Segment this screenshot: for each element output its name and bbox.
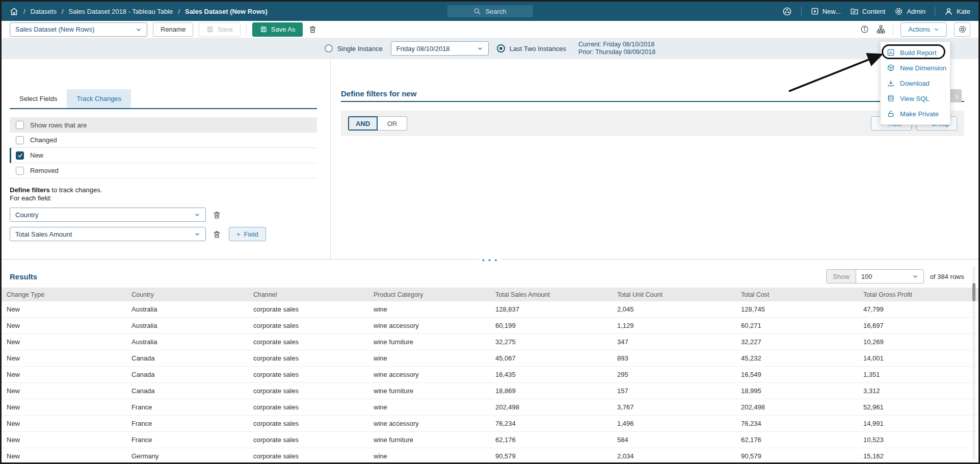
cell-change-type: New (7, 338, 131, 346)
cell-product-category: wine furniture (374, 338, 495, 346)
remove-field-button[interactable] (213, 211, 221, 219)
menu-item-view-sql[interactable]: View SQL (881, 91, 950, 106)
menu-item-new-dimension[interactable]: New Dimension (881, 60, 950, 75)
cell-total-gross-profit: 14,001 (863, 354, 978, 362)
dataset-select[interactable]: Sales Dataset (New Rows) (10, 22, 147, 37)
breadcrumb-item-parent-dataset[interactable]: Sales Dataset 2018 - Tableau Table (69, 8, 173, 15)
cell-total-cost: 76,234 (741, 420, 863, 427)
last-two-instances-radio[interactable]: Last Two Instances (497, 44, 566, 53)
add-field-button[interactable]: + Field (229, 227, 266, 241)
cell-product-category: wine (374, 403, 495, 411)
content-button[interactable]: Content (850, 7, 886, 16)
page-size-select[interactable]: 100 (856, 270, 923, 283)
cell-change-type: New (7, 436, 131, 444)
field-select-total-sales-amount[interactable]: Total Sales Amount (10, 227, 206, 241)
chevron-down-icon (194, 231, 200, 237)
column-header[interactable]: Total Cost (741, 291, 863, 298)
panel-splitter: • • • (2, 259, 978, 265)
page-size-value: 100 (861, 273, 872, 280)
admin-label: Admin (907, 8, 925, 15)
checkbox-changed[interactable]: Changed (10, 133, 317, 148)
column-header[interactable]: Channel (253, 291, 374, 298)
column-header[interactable]: Total Unit Count (617, 291, 741, 298)
instance-date-select[interactable]: Friday 08/10/2018 (391, 41, 489, 56)
cell-total-sales-amount: 32,275 (495, 338, 617, 346)
checkbox-off-icon (16, 167, 24, 175)
remove-field-button[interactable] (213, 230, 221, 239)
search-placeholder: Search (485, 8, 506, 15)
tab-track-changes[interactable]: Track Changes (67, 89, 131, 108)
cell-country: France (131, 403, 253, 411)
table-row: New Australia corporate sales wine 128,8… (2, 301, 978, 318)
new-menu-button[interactable]: New... (811, 7, 841, 15)
tab-select-fields[interactable]: Select Fields (10, 89, 67, 108)
column-header[interactable]: Total Sales Amount (495, 291, 617, 298)
checkbox-new[interactable]: New (10, 148, 317, 163)
cell-total-cost: 45,232 (741, 354, 863, 362)
delete-dataset-button[interactable] (308, 25, 317, 34)
and-toggle-button[interactable]: AND (348, 116, 378, 131)
breadcrumb-separator: / (62, 8, 64, 15)
breadcrumb-separator: / (23, 8, 25, 15)
cell-change-type: New (7, 354, 131, 362)
column-header[interactable]: Change Type (7, 291, 131, 298)
cell-country: Australia (131, 338, 253, 346)
lineage-icon[interactable] (876, 24, 886, 34)
checkbox-show-rows-that-are[interactable]: Show rows that are (10, 117, 317, 133)
checkbox-label: Removed (30, 167, 59, 174)
instance-bar: Single Instance Friday 08/10/2018 Last T… (2, 38, 978, 59)
cell-total-unit-count: 584 (617, 436, 741, 444)
actions-button[interactable]: Actions (900, 22, 947, 37)
cell-total-cost: 62,176 (741, 436, 863, 444)
save-button[interactable]: Save (199, 22, 241, 37)
checkbox-checked-icon (16, 151, 24, 160)
menu-item-label: New Dimension (900, 64, 946, 72)
explore-icon[interactable] (782, 7, 792, 16)
column-header[interactable]: Product Category (374, 291, 495, 298)
menu-item-make-private[interactable]: Make Private (881, 106, 950, 121)
breadcrumb-item-datasets[interactable]: Datasets (31, 8, 57, 15)
menu-item-download[interactable]: Download (881, 75, 950, 91)
cell-total-unit-count: 1,496 (617, 420, 741, 427)
table-row: New Germany corporate sales wine 90,579 … (2, 448, 978, 464)
splitter-drag-handle[interactable]: • • • (479, 256, 501, 264)
menu-item-build-report[interactable]: Build Report (881, 45, 950, 60)
field-select-country[interactable]: Country (10, 208, 206, 222)
current-instance-text: Current: Friday 08/10/2018 (578, 41, 655, 48)
cell-total-unit-count: 3,767 (617, 403, 741, 411)
search-input[interactable]: Search (447, 5, 533, 17)
admin-button[interactable]: Admin (894, 7, 925, 16)
topnav-right: New... Content Admin Kate (782, 7, 970, 16)
cell-channel: corporate sales (253, 305, 374, 313)
save-as-button[interactable]: Save As (252, 22, 303, 37)
chevron-down-icon (912, 273, 918, 279)
column-header[interactable]: Country (131, 291, 253, 298)
cell-country: Australia (131, 305, 253, 313)
divider (935, 7, 935, 16)
cell-change-type: New (7, 403, 131, 411)
checkbox-removed[interactable]: Removed (10, 163, 317, 178)
or-toggle-button[interactable]: OR (378, 116, 407, 131)
results-table-body: New Australia corporate sales wine 128,8… (2, 301, 978, 464)
top-navigation: / Datasets / Sales Dataset 2018 - Tablea… (2, 2, 978, 21)
field-row: Total Sales Amount + Field (10, 227, 317, 241)
user-label: Kate (957, 8, 970, 15)
cell-total-gross-profit: 10,523 (863, 436, 978, 444)
home-icon[interactable] (10, 7, 18, 16)
cell-change-type: New (7, 452, 131, 460)
cell-total-unit-count: 893 (617, 354, 741, 362)
cube-icon (887, 64, 895, 72)
rename-button[interactable]: Rename (153, 22, 193, 37)
user-menu-button[interactable]: Kate (944, 7, 970, 16)
radio-on-icon (497, 44, 505, 53)
cell-total-sales-amount: 16,435 (495, 371, 617, 378)
single-instance-radio[interactable]: Single Instance (325, 44, 383, 53)
scrollbar-thumb[interactable] (972, 283, 975, 301)
column-header[interactable]: Total Gross Profit (863, 291, 978, 298)
track-changes-checkbox-list: Show rows that are Changed New Removed (10, 117, 317, 178)
settings-gear-button[interactable] (954, 22, 970, 37)
menu-item-label: View SQL (900, 95, 930, 102)
info-icon[interactable] (860, 25, 869, 34)
define-filters-bold: Define filters (10, 186, 50, 194)
table-row: New Canada corporate sales wine accessor… (2, 367, 978, 383)
